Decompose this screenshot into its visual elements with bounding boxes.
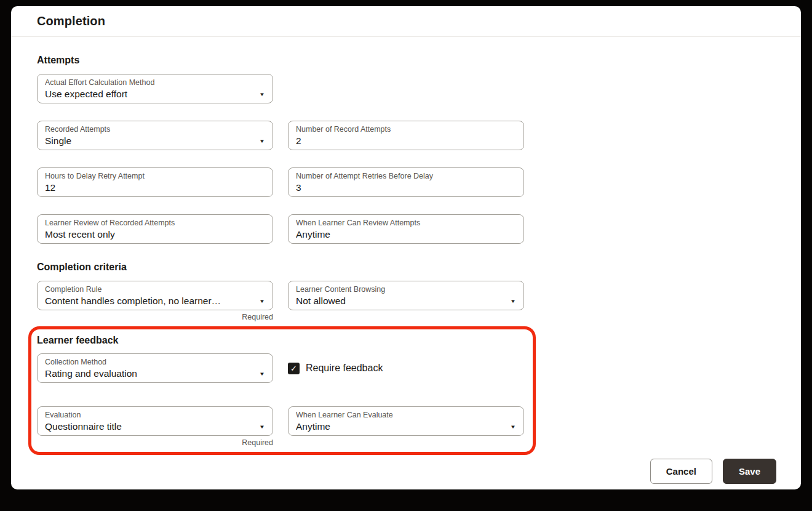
when-review-field: When Learner Can Review Attempts (288, 214, 524, 244)
row-retry-delay: Hours to Delay Retry Attempt Number of A… (37, 167, 775, 197)
require-feedback-label: Require feedback (306, 363, 383, 374)
field-label: Completion Rule (45, 284, 265, 294)
field-label: Learner Review of Recorded Attempts (45, 218, 265, 228)
dialog-footer: Cancel Save (650, 459, 776, 484)
chevron-down-icon: ▼ (259, 92, 265, 97)
chevron-down-icon: ▼ (259, 424, 265, 430)
dialog-header: Completion (11, 6, 801, 37)
field-value: Not allowed (296, 295, 346, 307)
dialog-content: Attempts Actual Effort Calculation Metho… (11, 54, 801, 455)
number-of-record-attempts-input[interactable] (296, 135, 516, 147)
completion-dialog: Completion Attempts Actual Effort Calcul… (11, 6, 801, 489)
hours-to-delay-retry-input[interactable] (45, 182, 265, 194)
chevron-down-icon: ▼ (510, 299, 516, 304)
field-value: Questionnaire title (45, 420, 122, 433)
field-label: Collection Method (45, 357, 265, 367)
field-label: Number of Attempt Retries Before Delay (296, 171, 516, 181)
page-title: Completion (37, 14, 105, 28)
field-label: Actual Effort Calculation Method (45, 78, 265, 87)
field-value: Use expected effort (45, 88, 127, 100)
field-label: Hours to Delay Retry Attempt (45, 171, 265, 181)
collection-method-select[interactable]: Collection Method Rating and evaluation … (37, 353, 273, 383)
cancel-button[interactable]: Cancel (650, 459, 712, 484)
actual-effort-calculation-method-select[interactable]: Actual Effort Calculation Method Use exp… (37, 74, 273, 103)
field-label: When Learner Can Evaluate (296, 410, 516, 420)
field-value: Rating and evaluation (45, 368, 137, 380)
row-completion-rule: Completion Rule Content handles completi… (37, 281, 775, 310)
section-heading-learner-feedback: Learner feedback (37, 334, 533, 347)
learner-review-field: Learner Review of Recorded Attempts (37, 214, 273, 244)
required-hint-evaluation: Required (37, 438, 273, 447)
row-learner-review: Learner Review of Recorded Attempts When… (37, 214, 775, 244)
field-value: Single (45, 135, 71, 147)
row-collection-method: Collection Method Rating and evaluation … (37, 353, 533, 383)
row-actual-effort: Actual Effort Calculation Method Use exp… (37, 74, 775, 103)
field-label: Number of Record Attempts (296, 124, 516, 134)
section-heading-completion-criteria: Completion criteria (37, 261, 775, 273)
require-feedback-checkbox[interactable]: ✓ (288, 363, 300, 374)
retries-before-delay-field: Number of Attempt Retries Before Delay (288, 167, 524, 197)
section-heading-attempts: Attempts (37, 54, 775, 66)
completion-rule-select[interactable]: Completion Rule Content handles completi… (37, 281, 273, 310)
check-icon: ✓ (290, 364, 297, 372)
hours-to-delay-retry-field: Hours to Delay Retry Attempt (37, 167, 273, 197)
field-label: Learner Content Browsing (296, 284, 516, 294)
field-label: Evaluation (45, 410, 265, 420)
field-label: When Learner Can Review Attempts (296, 218, 516, 228)
require-feedback-checkbox-block[interactable]: ✓ Require feedback (288, 353, 383, 383)
chevron-down-icon: ▼ (510, 424, 516, 430)
number-of-record-attempts-field: Number of Record Attempts (288, 121, 524, 150)
learner-review-input[interactable] (45, 228, 265, 241)
screenshot-frame: Completion Attempts Actual Effort Calcul… (0, 0, 812, 511)
red-highlight-annotation: Learner feedback Collection Method Ratin… (28, 326, 536, 455)
learner-content-browsing-select[interactable]: Learner Content Browsing Not allowed ▼ (288, 281, 524, 310)
when-learner-can-evaluate-select[interactable]: When Learner Can Evaluate Anytime ▼ (288, 406, 524, 436)
row-recorded-attempts: Recorded Attempts Single ▼ Number of Rec… (37, 121, 775, 150)
row-evaluation: Evaluation Questionnaire title ▼ When Le… (37, 406, 533, 436)
retries-before-delay-input[interactable] (296, 182, 516, 194)
chevron-down-icon: ▼ (259, 299, 265, 304)
required-hint-completion-rule: Required (37, 313, 273, 321)
field-label: Recorded Attempts (45, 124, 265, 134)
recorded-attempts-select[interactable]: Recorded Attempts Single ▼ (37, 121, 273, 150)
field-value: Anytime (296, 420, 330, 433)
chevron-down-icon: ▼ (259, 371, 265, 377)
evaluation-select[interactable]: Evaluation Questionnaire title ▼ (37, 406, 273, 436)
save-button[interactable]: Save (723, 459, 776, 484)
chevron-down-icon: ▼ (259, 139, 265, 144)
field-value: Content handles completion, no learner… (45, 295, 221, 307)
when-review-input[interactable] (296, 228, 516, 241)
